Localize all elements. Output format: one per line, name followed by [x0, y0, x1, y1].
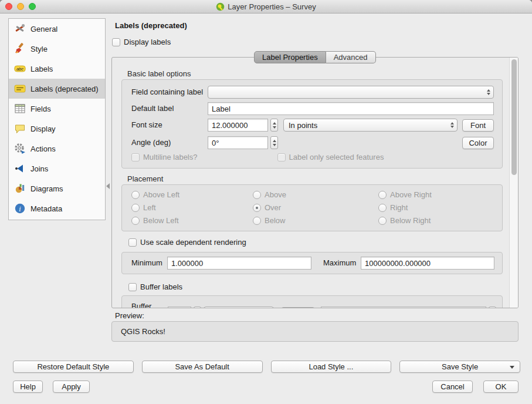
placement-below-radio[interactable] [253, 217, 261, 225]
load-style-button[interactable]: Load Style ... [271, 361, 392, 373]
panel-scrollbar-thumb[interactable] [511, 59, 517, 175]
apply-button[interactable]: Apply [53, 381, 90, 393]
sidebar-item-labels[interactable]: abc Labels [9, 59, 105, 79]
font-size-stepper[interactable] [270, 119, 278, 132]
angle-input[interactable] [208, 136, 268, 149]
scale-dependent-row: Use scale dependent rendering [128, 238, 246, 247]
sidebar-item-general[interactable]: General [9, 19, 105, 39]
placement-over-radio[interactable] [253, 204, 261, 212]
diagrams-icon [14, 183, 26, 194]
placement-left-radio[interactable] [131, 204, 140, 212]
sidebar-item-label: Diagrams [31, 184, 63, 193]
placement-option-label: Below [265, 216, 285, 225]
placement-above-left-radio[interactable] [131, 191, 140, 199]
scale-dependent-checkbox[interactable] [128, 238, 137, 247]
font-size-input[interactable] [208, 119, 268, 132]
save-style-button[interactable]: Save Style [399, 361, 520, 373]
buffer-transparency-input[interactable] [321, 307, 486, 308]
close-window-button[interactable] [5, 3, 12, 10]
restore-default-style-button[interactable]: Restore Default Style [13, 361, 134, 373]
svg-text:abc: abc [16, 66, 23, 72]
placement-below-left-radio[interactable] [131, 217, 140, 225]
angle-stepper[interactable] [270, 136, 278, 149]
window-controls [5, 3, 36, 10]
buffer-size-label: Buffer size [131, 300, 165, 308]
buffer-labels-row: Buffer labels [128, 282, 182, 291]
label-tabs: Label Properties Advanced [254, 51, 376, 63]
default-label-input[interactable] [208, 102, 494, 115]
placement-below-right-radio[interactable] [378, 217, 387, 225]
style-buttons-row: Restore Default Style Save As Default Lo… [13, 361, 520, 373]
maximum-input[interactable] [361, 257, 494, 270]
display-labels-checkbox[interactable] [112, 38, 120, 46]
font-button[interactable]: Font [462, 119, 494, 132]
placement-right-radio[interactable] [378, 204, 387, 212]
font-units-select[interactable]: In points [283, 119, 458, 132]
metadata-icon: i [14, 203, 26, 214]
buffer-units-select[interactable]: In points [204, 307, 274, 308]
scale-range-group: Minimum Maximum [121, 252, 503, 274]
sidebar-item-labels-deprecated[interactable]: Labels (deprecated) [9, 79, 105, 99]
basic-options-group: Field containing label Default label Fon… [121, 79, 503, 169]
cancel-button[interactable]: Cancel [432, 381, 473, 393]
sidebar-item-style[interactable]: Style [9, 39, 105, 59]
sidebar-item-label: Fields [31, 105, 51, 113]
buffer-size-stepper[interactable] [194, 307, 201, 308]
labels-icon: abc [14, 63, 26, 75]
tab-label-properties[interactable]: Label Properties [254, 51, 326, 63]
buffer-size-input[interactable] [168, 307, 191, 308]
placement-option-label: Above Right [390, 190, 432, 199]
minimize-window-button[interactable] [17, 3, 24, 10]
qgis-app-icon [216, 2, 225, 11]
buffer-color-button[interactable]: Color [281, 307, 315, 309]
page-title: Labels (deprecated) [115, 21, 187, 30]
sidebar-item-display[interactable]: Display [9, 119, 105, 139]
labels-deprecated-icon [14, 83, 26, 95]
sidebar-item-joins[interactable]: Joins [9, 159, 105, 179]
save-as-default-button[interactable]: Save As Default [142, 361, 263, 373]
placement-option-label: Right [390, 203, 408, 212]
layer-properties-dialog: Layer Properties – Survey General Style … [0, 0, 532, 404]
general-icon [14, 23, 26, 35]
style-icon [14, 43, 26, 55]
sidebar-item-label: Metadata [31, 204, 62, 213]
field-containing-label-select[interactable] [208, 86, 494, 99]
buffer-transparency-stepper[interactable] [489, 307, 496, 308]
zoom-window-button[interactable] [29, 3, 36, 10]
minimum-input[interactable] [167, 257, 311, 270]
sidebar-item-metadata[interactable]: i Metadata [9, 198, 105, 218]
help-button[interactable]: Help [13, 381, 43, 393]
actions-icon [14, 143, 26, 154]
multiline-labels-label: Multiline labels? [143, 153, 198, 161]
sidebar-collapse-handle[interactable] [106, 183, 110, 189]
label-properties-panel: Basic label options Field containing lab… [111, 57, 519, 308]
placement-above-right-radio[interactable] [378, 191, 387, 199]
placement-title: Placement [127, 174, 163, 183]
placement-option-label: Below Right [390, 216, 431, 225]
placement-above-radio[interactable] [253, 191, 261, 199]
sidebar-item-fields[interactable]: Fields [9, 99, 105, 119]
preview-box: QGIS Rocks! [111, 321, 519, 342]
sidebar-item-label: General [31, 25, 57, 33]
ok-button[interactable]: OK [483, 381, 519, 393]
field-containing-label-label: Field containing label [131, 86, 208, 99]
display-labels-label: Display labels [124, 38, 171, 46]
combo-arrows-icon [450, 122, 454, 128]
only-selected-checkbox[interactable] [277, 153, 286, 161]
sidebar-item-actions[interactable]: Actions [9, 139, 105, 159]
placement-option-label: Above Left [143, 190, 179, 199]
window-title: Layer Properties – Survey [228, 2, 316, 11]
combo-arrows-icon [487, 89, 490, 95]
joins-icon [14, 163, 26, 174]
panel-scrollbar[interactable] [509, 58, 518, 308]
tab-advanced[interactable]: Advanced [326, 51, 376, 63]
multiline-labels-checkbox[interactable] [131, 153, 140, 161]
color-button[interactable]: Color [462, 137, 494, 149]
font-size-label: Font size [131, 119, 205, 132]
sidebar-item-diagrams[interactable]: Diagrams [9, 179, 105, 198]
sidebar-item-label: Joins [31, 164, 48, 173]
buffer-labels-checkbox[interactable] [128, 283, 137, 291]
basic-options-title: Basic label options [127, 69, 191, 78]
placement-option-label: Below Left [143, 216, 179, 225]
buffer-labels-label: Buffer labels [140, 282, 182, 291]
